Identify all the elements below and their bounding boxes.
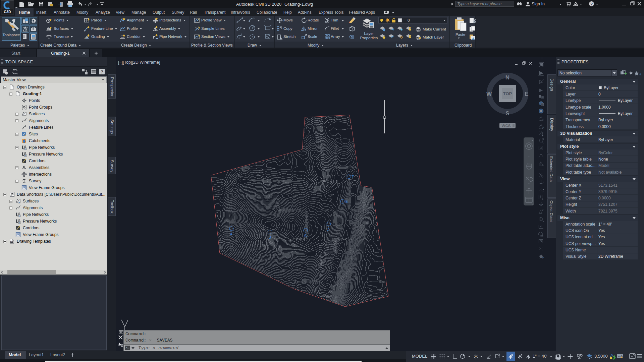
- svg-text:TOP: TOP: [503, 91, 512, 96]
- svg-text:C: C: [304, 234, 307, 238]
- svg-text:E: E: [345, 199, 348, 203]
- svg-text:A: A: [542, 126, 544, 129]
- svg-text:F: F: [352, 175, 354, 179]
- svg-text:?: ?: [101, 69, 103, 74]
- svg-text:D: D: [327, 227, 329, 231]
- svg-text:N: N: [505, 74, 509, 81]
- svg-text:B: B: [269, 235, 271, 239]
- svg-text:W: W: [486, 91, 492, 97]
- svg-text:E: E: [525, 91, 528, 97]
- svg-text:DWT: DWT: [10, 241, 13, 243]
- svg-text:S: S: [505, 110, 509, 117]
- svg-text:?: ?: [590, 2, 593, 6]
- svg-text:!: !: [623, 357, 623, 359]
- svg-text:A: A: [230, 232, 233, 236]
- svg-text:C3D: C3D: [4, 10, 11, 14]
- svg-text:WCS: WCS: [502, 124, 511, 128]
- svg-text:[−][Top][2D Wireframe]: [−][Top][2D Wireframe]: [118, 60, 160, 65]
